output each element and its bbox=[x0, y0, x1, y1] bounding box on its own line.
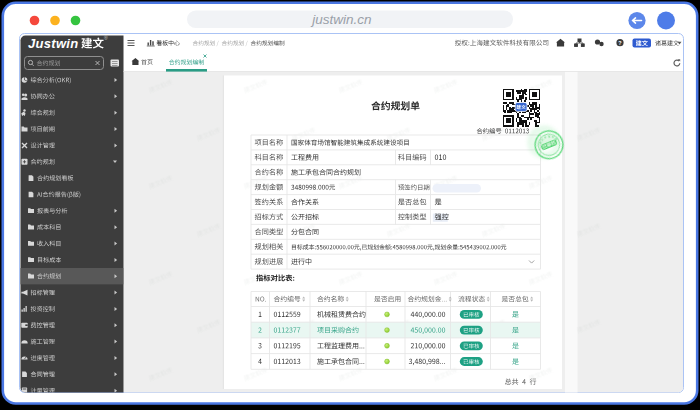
svg-text:?: ? bbox=[618, 40, 621, 46]
svg-text:Justwin: Justwin bbox=[28, 36, 79, 51]
svg-text:justwin.cn: justwin.cn bbox=[310, 12, 371, 27]
svg-text:®: ® bbox=[104, 35, 108, 41]
